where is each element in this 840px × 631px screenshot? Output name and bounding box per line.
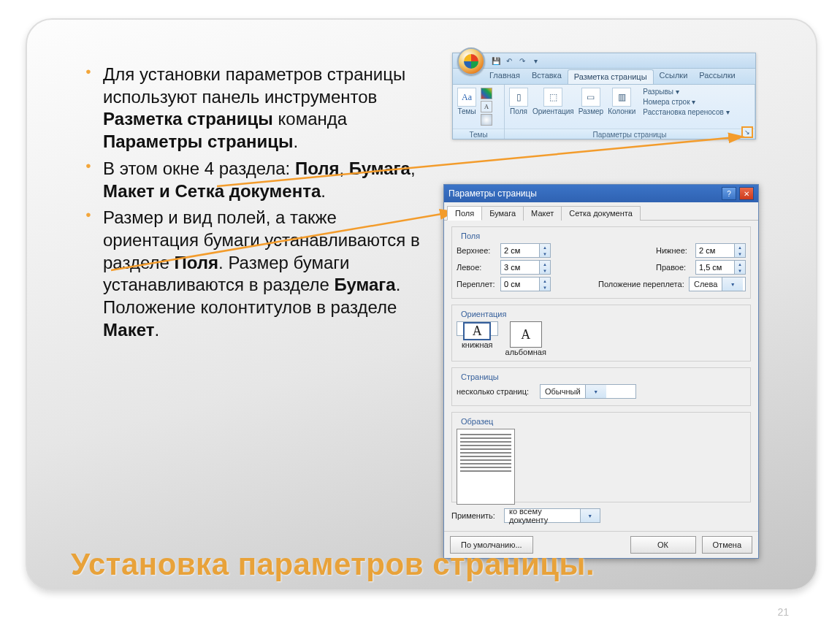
page-number: 21 xyxy=(777,606,789,618)
margins-icon: ▯ xyxy=(509,88,528,107)
hyphenation-button[interactable]: Расстановка переносов ▾ xyxy=(643,108,729,116)
dtab-margins[interactable]: Поля xyxy=(447,206,482,221)
line-numbers-button[interactable]: Номера строк ▾ xyxy=(643,98,695,106)
tab-references[interactable]: Ссылки xyxy=(654,69,694,84)
slide-title: Установка параметров страницы. xyxy=(71,547,595,582)
orientation-icon: ⬚ xyxy=(543,88,562,107)
ribbon-tabs: Главная Вставка Разметка страницы Ссылки… xyxy=(453,69,755,85)
apply-to-select[interactable]: ко всему документу▼ xyxy=(504,508,600,523)
dialog-launcher[interactable]: ↘ xyxy=(741,126,753,138)
help-button[interactable]: ? xyxy=(722,187,736,200)
preview-page-icon xyxy=(457,429,515,505)
gutter-input[interactable]: ▲▼ xyxy=(500,277,551,291)
effects-icon[interactable] xyxy=(481,114,492,126)
cancel-button[interactable]: Отмена xyxy=(702,536,752,554)
themes-icon: Aa xyxy=(457,88,476,107)
dtab-layout[interactable]: Макет xyxy=(523,206,562,221)
qat-dropdown-icon[interactable]: ▾ xyxy=(530,56,541,66)
section-pages: Страницы несколько страниц: Обычный▼ xyxy=(451,367,751,406)
bottom-margin-input[interactable]: ▲▼ xyxy=(695,243,746,258)
left-margin-input[interactable]: ▲▼ xyxy=(500,260,551,275)
group-page-setup: ▯Поля ⬚Ориентация ▭Размер ▥Колонки Разры… xyxy=(505,85,755,139)
dtab-paper[interactable]: Бумага xyxy=(481,206,524,221)
quick-access-toolbar: 💾 ↶ ↷ ▾ xyxy=(453,53,755,69)
tab-home[interactable]: Главная xyxy=(484,69,526,84)
dialog-titlebar: Параметры страницы ? ✕ xyxy=(444,185,758,202)
size-icon: ▭ xyxy=(581,88,600,107)
tab-page-layout[interactable]: Разметка страницы xyxy=(568,69,654,84)
slide-frame: Для установки параметров страницы исполь… xyxy=(26,18,817,591)
redo-icon[interactable]: ↷ xyxy=(517,56,527,66)
section-preview: Образец xyxy=(451,412,751,502)
bullet-3: Размер и вид полей, а также ориентация б… xyxy=(85,207,421,341)
landscape-option[interactable]: Aальбомная xyxy=(505,321,546,356)
ribbon-content: Aa Темы A Темы ▯Поля ⬚Ориентация ▭Размер xyxy=(453,85,755,139)
group-themes: Aa Темы A Темы xyxy=(453,85,505,139)
colors-icon[interactable] xyxy=(481,88,492,99)
section-orientation: Ориентация Aкнижная Aальбомная xyxy=(451,305,751,362)
ribbon-panel: 💾 ↶ ↷ ▾ Главная Вставка Разметка страниц… xyxy=(452,53,756,139)
bullet-2: В этом окне 4 раздела: Поля, Бумага, Мак… xyxy=(85,158,421,202)
close-button[interactable]: ✕ xyxy=(739,187,754,200)
multi-pages-select[interactable]: Обычный▼ xyxy=(540,384,636,399)
breaks-button[interactable]: Разрывы ▾ xyxy=(643,88,679,96)
fonts-icon[interactable]: A xyxy=(481,101,492,112)
portrait-option[interactable]: Aкнижная xyxy=(457,321,498,336)
tab-insert[interactable]: Вставка xyxy=(526,69,568,84)
section-margins: Поля Верхнее: ▲▼ Нижнее: ▲▼ Левое: ▲▼ Пр… xyxy=(451,226,751,299)
dialog-body: Поля Верхнее: ▲▼ Нижнее: ▲▼ Левое: ▲▼ Пр… xyxy=(444,221,758,531)
themes-button[interactable]: Aa Темы xyxy=(457,88,476,126)
size-button[interactable]: ▭Размер xyxy=(579,88,603,116)
office-button[interactable] xyxy=(457,47,485,75)
group-themes-label: Темы xyxy=(453,129,504,139)
ok-button[interactable]: ОК xyxy=(630,536,696,554)
dtab-grid[interactable]: Сетка документа xyxy=(561,206,641,221)
dialog-tabs: Поля Бумага Макет Сетка документа xyxy=(444,202,758,221)
page-setup-dialog: Параметры страницы ? ✕ Поля Бумага Макет… xyxy=(443,184,759,559)
orientation-button[interactable]: ⬚Ориентация xyxy=(532,88,574,116)
bullet-1: Для установки параметров страницы исполь… xyxy=(85,64,421,153)
group-page-label: Параметры страницы ↘ xyxy=(505,129,755,139)
right-margin-input[interactable]: ▲▼ xyxy=(695,260,746,275)
columns-icon: ▥ xyxy=(612,88,631,107)
gutter-position-select[interactable]: Слева▼ xyxy=(689,277,746,291)
save-icon[interactable]: 💾 xyxy=(491,56,501,66)
margins-button[interactable]: ▯Поля xyxy=(509,88,528,116)
dialog-title-text: Параметры страницы xyxy=(448,188,537,199)
body-text: Для установки параметров страницы исполь… xyxy=(85,64,421,346)
undo-icon[interactable]: ↶ xyxy=(504,56,514,66)
columns-button[interactable]: ▥Колонки xyxy=(608,88,635,116)
top-margin-input[interactable]: ▲▼ xyxy=(500,243,551,258)
tab-mailings[interactable]: Рассылки xyxy=(693,69,741,84)
